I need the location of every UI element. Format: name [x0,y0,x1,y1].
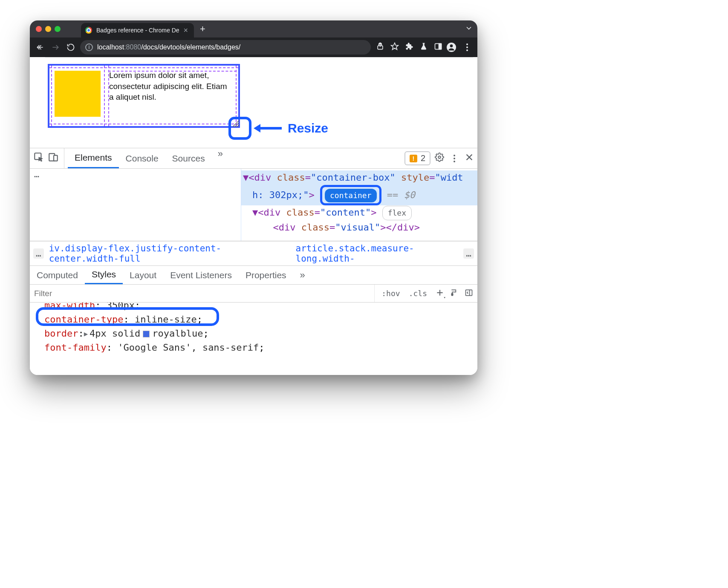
address-bar: i localhost:8080/docs/devtools/elements/… [30,37,477,57]
forward-button[interactable] [49,41,61,53]
profile-avatar[interactable] [447,43,459,52]
decl-container-type[interactable]: container-type: inline-size; [44,312,477,326]
decl-font-family[interactable]: font-family: 'Google Sans', sans-serif; [44,340,477,355]
breadcrumb-item-1[interactable]: iv.display-flex.justify-content-center.w… [49,243,291,264]
tab-styles[interactable]: Styles [85,266,123,284]
settings-icon[interactable] [435,153,444,164]
page-content: Lorem ipsum dolor sit amet, consectetur … [30,57,477,148]
decl-max-width[interactable]: max-width: 350px; [44,303,477,312]
tab-elements[interactable]: Elements [68,148,119,168]
demo-text: Lorem ipsum dolor sit amet, consectetur … [109,70,229,103]
styles-filter-row: :hov .cls ▾ [30,285,477,303]
app-menu-icon[interactable] [461,43,473,51]
inspect-icon[interactable] [33,152,44,165]
omnibox[interactable]: i localhost:8080/docs/devtools/elements/… [80,40,371,55]
styles-tabs: Computed Styles Layout Event Listeners P… [30,266,477,285]
breadcrumb-overflow-left[interactable]: … [33,248,44,259]
tab-properties[interactable]: Properties [239,266,293,284]
dom-tree[interactable]: ⋯ ▼<div class="container-box" style="wid… [30,169,477,241]
dom-node-container-box[interactable]: ▼<div class="container-box" style="widt [241,170,477,185]
tab-title: Badges reference - Chrome De [96,27,179,34]
url-text: localhost:8080/docs/devtools/elements/ba… [97,43,240,51]
share-icon[interactable] [374,42,386,52]
svg-rect-14 [54,156,58,161]
browser-tab[interactable]: Badges reference - Chrome De × [81,23,194,37]
window-controls [36,26,61,32]
close-window-button[interactable] [36,26,42,32]
badge-container[interactable]: container [325,189,377,202]
tab-sources[interactable]: Sources [165,148,212,168]
maximize-window-button[interactable] [55,26,61,32]
svg-rect-20 [451,293,453,295]
issues-pill[interactable]: ! 2 [404,151,430,165]
annotation-arrow: Resize [254,121,328,135]
svg-point-15 [438,156,441,159]
reload-button[interactable] [65,41,77,53]
devtools-toolbar: Elements Console Sources » ! 2 [30,148,477,169]
sidebar-toggle-icon[interactable] [461,288,474,299]
extensions-icon[interactable] [403,42,415,52]
tab-layout[interactable]: Layout [123,266,163,284]
titlebar: Badges reference - Chrome De × + [30,20,477,37]
tab-computed[interactable]: Computed [30,266,85,284]
dom-ellipsis-icon[interactable]: ⋯ [34,171,39,182]
tab-event-listeners[interactable]: Event Listeners [163,266,239,284]
panel-icon[interactable] [432,42,444,52]
styles-declarations[interactable]: max-width: 350px; container-type: inline… [30,303,477,375]
styles-filter-input[interactable] [34,289,370,298]
breadcrumb-overflow-right[interactable]: … [463,248,474,259]
close-tab-icon[interactable]: × [184,26,188,34]
paint-icon[interactable] [447,288,459,299]
site-info-icon[interactable]: i [85,43,93,51]
decl-border[interactable]: border:▸4px solidroyalblue; [44,326,477,340]
close-devtools-icon[interactable] [465,153,474,164]
container-box[interactable]: Lorem ipsum dolor sit amet, consectetur … [48,64,240,128]
devtools-menu-icon[interactable] [448,155,460,162]
annotation-label: Resize [288,121,328,135]
styles-tabs-overflow-icon[interactable]: » [293,266,312,284]
svg-marker-5 [391,43,399,50]
dom-node-content[interactable]: ▼<div class="content"> flex [241,205,477,220]
devtools-panel: Elements Console Sources » ! 2 ⋯ [30,148,477,375]
cls-toggle[interactable]: .cls [405,289,430,298]
dom-node-visual[interactable]: <div class="visual"></div> [241,220,477,235]
hov-toggle[interactable]: :hov [378,289,403,298]
visual-box [55,71,101,117]
device-toggle-icon[interactable] [48,152,59,165]
svg-marker-11 [254,124,260,133]
back-button[interactable] [34,41,46,53]
tab-console[interactable]: Console [119,148,165,168]
badge-flex[interactable]: flex [382,206,412,220]
issues-count: 2 [421,153,425,163]
new-tab-button[interactable]: + [200,23,205,35]
resize-handle[interactable] [232,120,239,127]
minimize-window-button[interactable] [45,26,51,32]
dom-breadcrumb[interactable]: … iv.display-flex.justify-content-center… [30,241,477,266]
labs-icon[interactable] [418,42,430,52]
window-expand-icon[interactable] [465,24,473,34]
svg-point-9 [450,44,453,47]
dom-node-container-box-l2[interactable]: h: 302px;"> container == $0 [241,185,477,205]
color-swatch[interactable] [143,331,150,337]
chrome-icon [85,27,92,34]
new-rule-icon[interactable]: ▾ [432,288,445,299]
warning-icon: ! [410,155,417,162]
svg-rect-8 [439,43,442,49]
browser-window: Badges reference - Chrome De × + i local… [30,20,477,375]
bookmark-icon[interactable] [389,42,401,52]
breadcrumb-item-2[interactable]: article.stack.measure-long.width- [296,243,459,264]
tabs-overflow-icon[interactable]: » [212,148,229,168]
